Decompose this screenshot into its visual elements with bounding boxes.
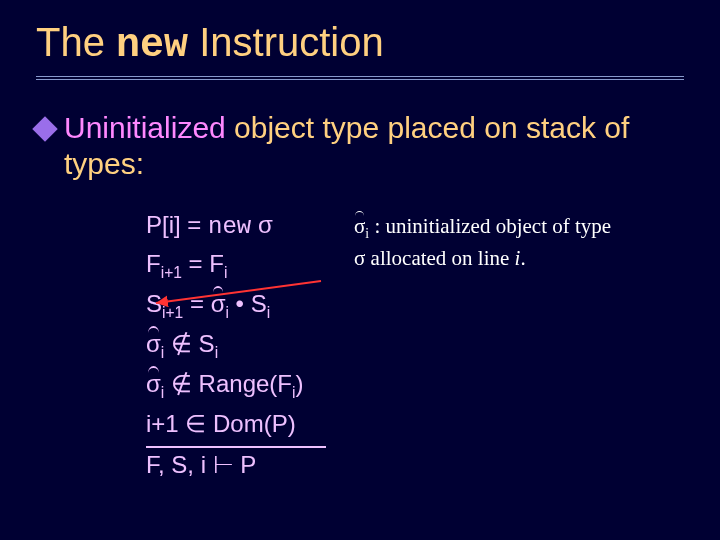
r2a: F <box>146 250 161 277</box>
rule-line-4: σi ∉ Si <box>146 325 326 365</box>
r2m: = F <box>182 250 224 277</box>
r3s1: i+1 <box>162 304 183 321</box>
rule-line-6: i+1 ∈ Dom(P) <box>146 405 326 442</box>
r3a: S <box>146 290 162 317</box>
r1kw: new <box>208 213 251 240</box>
r4h: σ <box>146 330 161 357</box>
title-pre: The <box>36 20 116 64</box>
r3s2: i <box>267 304 270 321</box>
ndot: . <box>520 246 525 270</box>
r3h: σ <box>211 290 226 317</box>
slide-title: The new Instruction <box>36 20 684 68</box>
r7: F, S, i ⊢ P <box>146 451 256 478</box>
slide: The new Instruction Uninitialized object… <box>0 0 720 540</box>
title-post: Instruction <box>188 20 384 64</box>
bullet-text: Uninitialized object type placed on stac… <box>64 110 684 182</box>
content-row: P[i] = new σ Fi+1 = Fi Si+1 = σi • Si σi… <box>36 206 684 483</box>
r4m: ∉ S <box>164 330 214 357</box>
rule-line-3: Si+1 = σi • Si <box>146 285 326 325</box>
rule-line-7: F, S, i ⊢ P <box>146 446 326 483</box>
r2s1: i+1 <box>161 264 182 281</box>
r1a: P[i] = <box>146 211 208 238</box>
r5h: σ <box>146 370 161 397</box>
sigma-hat-icon: σ <box>146 365 161 402</box>
r6: i+1 ∈ Dom(P) <box>146 410 296 437</box>
nrest: : uninitialized object of type σ allocat… <box>354 214 611 270</box>
inference-rules: P[i] = new σ Fi+1 = Fi Si+1 = σi • Si σi… <box>146 206 326 483</box>
r1b: σ <box>251 211 272 238</box>
rule-line-2: Fi+1 = Fi <box>146 245 326 285</box>
r3m: = <box>183 290 210 317</box>
r5b: ) <box>295 370 303 397</box>
sigma-hat-icon: σ <box>211 285 226 322</box>
bullet-row: Uninitialized object type placed on stac… <box>36 110 684 182</box>
diamond-bullet-icon <box>32 116 57 141</box>
title-keyword: new <box>116 23 188 68</box>
rule-line-5: σi ∉ Range(Fi) <box>146 365 326 405</box>
r2s2: i <box>224 264 227 281</box>
r5m: ∉ Range(F <box>164 370 292 397</box>
r3b: • S <box>229 290 267 317</box>
sigma-hat-icon: σ <box>354 212 365 240</box>
bullet-keyword: Uninitialized <box>64 111 226 144</box>
r4s: i <box>215 344 218 361</box>
title-underline <box>36 76 684 80</box>
sigma-hat-icon: σ <box>146 325 161 362</box>
side-note: σi : uninitialized object of type σ allo… <box>354 206 614 483</box>
nhat: σ <box>354 214 365 238</box>
rule-line-1: P[i] = new σ <box>146 206 326 245</box>
